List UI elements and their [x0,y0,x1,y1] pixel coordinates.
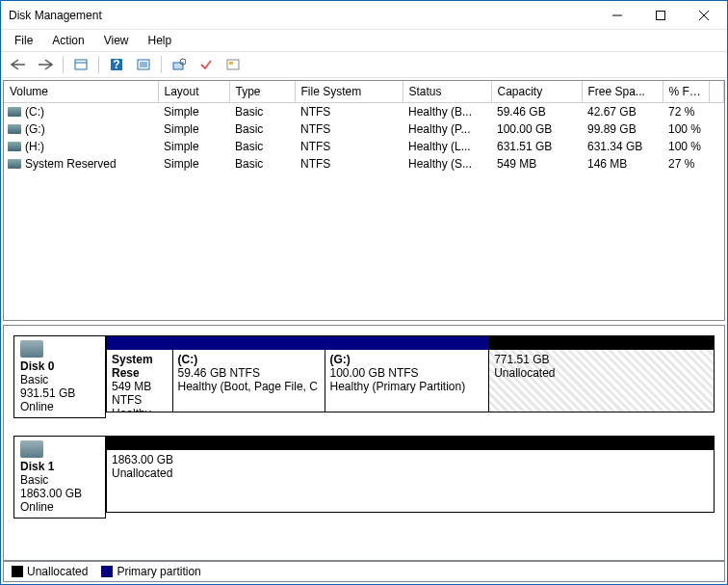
menu-view[interactable]: View [94,32,139,49]
apply-button[interactable] [195,54,218,75]
column-header[interactable]: Capacity [491,81,582,102]
volume-icon [8,142,21,151]
partition-unallocated[interactable]: 1863.00 GBUnallocated [106,436,715,513]
menubar: File Action View Help [1,30,727,51]
table-row[interactable]: (G:)SimpleBasicNTFSHealthy (P...100.00 G… [4,120,724,138]
help-button[interactable]: ? [105,54,128,75]
table-row[interactable]: (H:)SimpleBasicNTFSHealthy (L...631.51 G… [4,138,724,155]
content: VolumeLayoutTypeFile SystemStatusCapacit… [1,78,727,584]
menu-help[interactable]: Help [139,32,182,49]
svg-rect-12 [229,62,233,65]
disk-label[interactable]: Disk 0Basic931.51 GBOnline [13,335,106,418]
disk-label[interactable]: Disk 1Basic1863.00 GBOnline [13,436,106,519]
table-row[interactable]: System ReservedSimpleBasicNTFSHealthy (S… [4,155,724,173]
partition[interactable]: (C:)59.46 GB NTFSHealthy (Boot, Page Fil… [173,335,325,412]
svg-rect-1 [656,11,664,19]
volume-list[interactable]: VolumeLayoutTypeFile SystemStatusCapacit… [3,80,725,321]
window-title: Disk Management [9,9,595,22]
back-button[interactable] [7,54,30,75]
volume-icon [8,124,21,134]
toolbar: ? [1,51,727,78]
rescan-button[interactable] [168,54,191,75]
column-header[interactable]: Layout [158,81,229,102]
column-header[interactable]: Type [229,81,295,102]
column-header[interactable]: Free Spa... [582,81,663,102]
volume-table: VolumeLayoutTypeFile SystemStatusCapacit… [4,81,724,173]
disk-map-scroll[interactable]: Disk 0Basic931.51 GBOnlineSystem Rese549… [4,326,724,560]
disk-icon [20,340,43,358]
column-header[interactable]: Volume [4,81,158,102]
legend-primary: Primary partition [101,565,200,578]
volume-icon [8,159,21,169]
svg-text:?: ? [113,58,119,71]
settings-button[interactable] [132,54,155,75]
graphical-view: Disk 0Basic931.51 GBOnlineSystem Rese549… [3,325,725,582]
disk-row: Disk 1Basic1863.00 GBOnline1863.00 GBUna… [13,436,715,519]
disk-row: Disk 0Basic931.51 GBOnlineSystem Rese549… [13,335,715,418]
maximize-button[interactable] [638,1,682,29]
titlebar: Disk Management [1,1,727,30]
partition-unallocated[interactable]: 771.51 GBUnallocated [489,335,715,412]
column-header[interactable]: Status [403,81,491,102]
disk-icon [20,440,43,458]
partition[interactable]: (G:)100.00 GB NTFSHealthy (Primary Parti… [325,335,490,412]
forward-button[interactable] [34,54,57,75]
legend: Unallocated Primary partition [4,560,724,581]
table-row[interactable]: (C:)SimpleBasicNTFSHealthy (B...59.46 GB… [4,102,724,120]
svg-rect-4 [75,60,87,69]
properties-button[interactable] [221,54,245,75]
menu-action[interactable]: Action [42,32,93,49]
toolbar-separator [161,56,162,73]
column-header[interactable]: File System [295,81,403,102]
refresh-button[interactable] [69,54,92,75]
toolbar-separator [98,56,99,73]
close-button[interactable] [682,1,725,29]
menu-file[interactable]: File [5,32,42,49]
volume-icon [8,107,21,117]
window: Disk Management File Action View Help ? … [0,0,728,585]
toolbar-separator [63,56,64,73]
partition[interactable]: System Rese549 MB NTFSHealthy (Syste [106,335,173,412]
column-header[interactable]: % Free [663,81,709,102]
legend-unallocated: Unallocated [12,565,88,578]
minimize-button[interactable] [595,1,638,29]
